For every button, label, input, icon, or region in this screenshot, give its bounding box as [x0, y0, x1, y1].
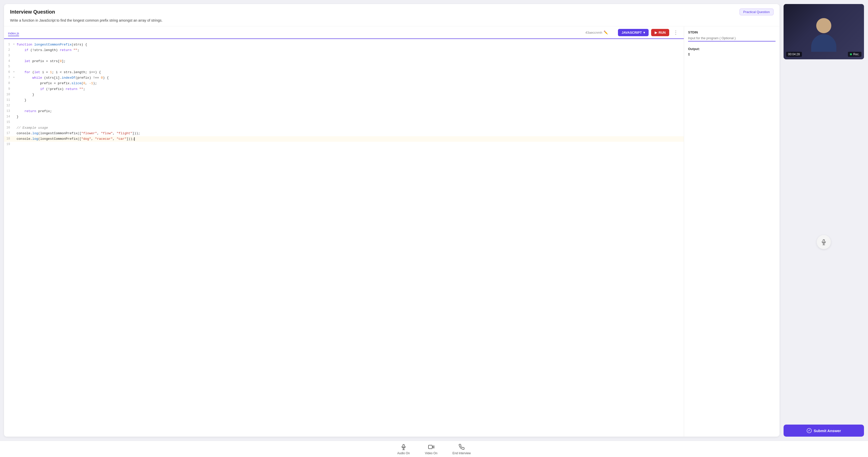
code-line: 17 console.log(longestCommonPrefix(["flo…: [4, 131, 684, 136]
code-line: 1 ▾ function longestCommonPrefix(strs) {: [4, 42, 684, 48]
code-line: 12: [4, 103, 684, 109]
chevron-down-icon: ▾: [643, 31, 645, 34]
svg-marker-6: [432, 446, 434, 448]
code-editor[interactable]: 1 ▾ function longestCommonPrefix(strs) {…: [4, 39, 684, 437]
interview-title: Interview Question: [10, 9, 55, 15]
code-panel: index.js 43aeccnmh ✏️ JAVASCRIPT ▾ ▶ RUN: [4, 26, 684, 437]
stdin-section: STDIN: [688, 30, 776, 41]
play-icon: ▶: [655, 31, 657, 34]
edit-icon[interactable]: ✏️: [603, 30, 608, 34]
code-line: 19: [4, 142, 684, 147]
file-tab[interactable]: index.js: [8, 31, 19, 36]
end-interview-button[interactable]: End Interview: [453, 444, 471, 455]
code-line: 16 // Example usage: [4, 125, 684, 131]
file-hash: 43aeccnmh ✏️: [585, 30, 608, 34]
phone-icon: [458, 444, 465, 451]
toolbar-right: JAVASCRIPT ▾ ▶ RUN ⋮: [618, 28, 680, 36]
code-line: 10 }: [4, 92, 684, 97]
code-line: 7 ▾ while (strs[i].indexOf(prefix) !== 0…: [4, 75, 684, 81]
mic-container: [783, 63, 864, 421]
code-line: 15: [4, 120, 684, 125]
person-silhouette: [811, 18, 836, 52]
practical-question-badge[interactable]: Practical Question: [740, 8, 774, 15]
code-line: 5: [4, 64, 684, 70]
code-line: 14 }: [4, 114, 684, 120]
code-line: 9 if (!prefix) return "";: [4, 87, 684, 92]
run-button[interactable]: ▶ RUN: [651, 29, 669, 36]
editor-container: index.js 43aeccnmh ✏️ JAVASCRIPT ▾ ▶ RUN: [4, 26, 779, 437]
language-button[interactable]: JAVASCRIPT ▾: [618, 29, 648, 36]
person-head: [816, 18, 831, 33]
more-options-button[interactable]: ⋮: [672, 28, 680, 36]
code-line: 2 if (!strs.length) return "";: [4, 48, 684, 53]
svg-rect-3: [403, 445, 404, 448]
io-panel: STDIN Output: fl: [684, 26, 779, 437]
output-label: Output:: [688, 47, 700, 51]
person-body: [811, 34, 836, 52]
code-toolbar: index.js 43aeccnmh ✏️ JAVASCRIPT ▾ ▶ RUN: [4, 26, 684, 39]
interview-description: Write a function in JavaScript to find t…: [10, 18, 774, 23]
video-on-button[interactable]: Video On: [425, 444, 437, 455]
microphone-icon: [821, 239, 827, 245]
code-line-active: 18 console.log(longestCommonPrefix(["dog…: [4, 136, 684, 142]
code-line: 3: [4, 53, 684, 59]
code-line: 6 ▾ for (let i = 1; i < strs.length; i++…: [4, 70, 684, 75]
code-line: 13 return prefix;: [4, 109, 684, 114]
stdin-label: STDIN: [688, 30, 776, 34]
rec-badge: Rec.: [848, 52, 862, 57]
check-icon: ✓: [807, 428, 812, 433]
output-section: Output: fl: [688, 47, 776, 57]
submit-answer-button[interactable]: ✓ Submit Answer: [783, 425, 864, 437]
bottom-bar: Audio On Video On End Interview: [0, 441, 868, 457]
video-icon: [428, 444, 435, 451]
audio-on-button[interactable]: Audio On: [397, 444, 410, 455]
code-line: 8 prefix = prefix.slice(0, -1);: [4, 81, 684, 86]
right-panel: 00:04:28 Rec. ✓ Submit Answer: [783, 4, 864, 437]
rec-dot: [850, 53, 852, 55]
interview-panel: Interview Question Practical Question Wr…: [4, 4, 779, 437]
code-line: 4 let prefix = strs[0];: [4, 59, 684, 64]
output-value: fl: [688, 53, 776, 57]
interview-header: Interview Question Practical Question Wr…: [4, 4, 779, 26]
video-placeholder: 00:04:28 Rec.: [783, 4, 864, 59]
svg-rect-0: [823, 240, 825, 243]
audio-label: Audio On: [397, 452, 410, 455]
video-label: Video On: [425, 452, 437, 455]
video-container: 00:04:28 Rec.: [783, 4, 864, 59]
mic-button[interactable]: [817, 235, 831, 249]
audio-icon: [400, 444, 407, 451]
svg-rect-7: [429, 445, 432, 449]
code-line: 11 }: [4, 97, 684, 103]
video-timer: 00:04:28: [786, 52, 802, 57]
end-label: End Interview: [453, 452, 471, 455]
stdin-input[interactable]: [688, 35, 776, 41]
